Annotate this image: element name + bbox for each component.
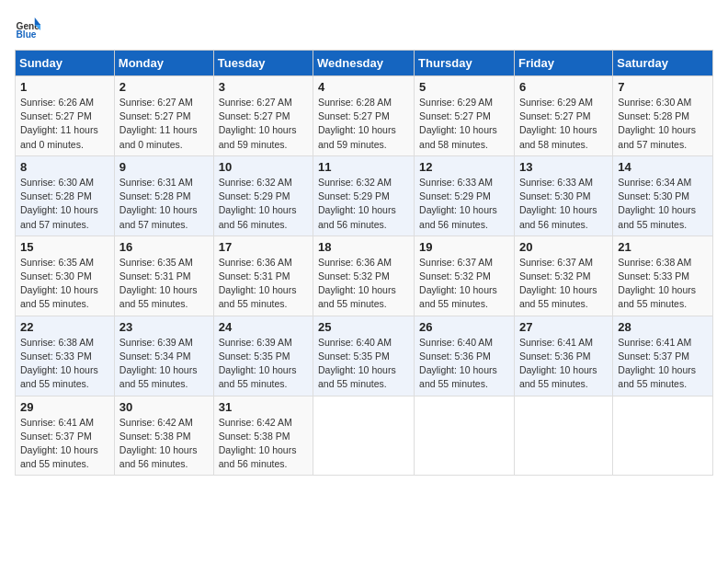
day-header-tuesday: Tuesday	[213, 51, 313, 76]
day-detail: Sunrise: 6:26 AMSunset: 5:27 PMDaylight:…	[20, 96, 109, 152]
day-detail: Sunrise: 6:38 AMSunset: 5:33 PMDaylight:…	[618, 256, 708, 312]
day-cell: 12Sunrise: 6:33 AMSunset: 5:29 PMDayligh…	[415, 155, 515, 236]
day-number: 20	[519, 240, 608, 254]
day-cell: 27Sunrise: 6:41 AMSunset: 5:36 PMDayligh…	[514, 316, 612, 396]
day-cell: 17Sunrise: 6:36 AMSunset: 5:31 PMDayligh…	[213, 236, 313, 316]
day-number: 26	[419, 320, 509, 334]
day-header-wednesday: Wednesday	[313, 51, 415, 76]
day-number: 22	[20, 320, 109, 334]
day-cell: 23Sunrise: 6:39 AMSunset: 5:34 PMDayligh…	[114, 316, 213, 396]
day-detail: Sunrise: 6:34 AMSunset: 5:30 PMDaylight:…	[618, 176, 708, 232]
day-cell: 10Sunrise: 6:32 AMSunset: 5:29 PMDayligh…	[213, 155, 313, 236]
day-detail: Sunrise: 6:36 AMSunset: 5:32 PMDaylight:…	[318, 256, 409, 312]
day-number: 16	[119, 240, 209, 254]
day-number: 25	[318, 320, 409, 334]
day-cell: 30Sunrise: 6:42 AMSunset: 5:38 PMDayligh…	[114, 396, 213, 476]
day-cell: 31Sunrise: 6:42 AMSunset: 5:38 PMDayligh…	[213, 396, 313, 476]
day-detail: Sunrise: 6:33 AMSunset: 5:29 PMDaylight:…	[419, 176, 509, 232]
day-number: 28	[618, 320, 708, 334]
header: General Blue	[15, 15, 713, 40]
day-detail: Sunrise: 6:38 AMSunset: 5:33 PMDaylight:…	[20, 336, 109, 392]
day-cell: 2Sunrise: 6:27 AMSunset: 5:27 PMDaylight…	[114, 76, 213, 156]
day-number: 23	[119, 320, 209, 334]
day-header-monday: Monday	[114, 51, 213, 76]
day-cell	[313, 396, 415, 476]
day-cell: 29Sunrise: 6:41 AMSunset: 5:37 PMDayligh…	[16, 396, 115, 476]
day-number: 15	[20, 240, 109, 254]
week-row-4: 22Sunrise: 6:38 AMSunset: 5:33 PMDayligh…	[16, 316, 713, 396]
day-cell: 3Sunrise: 6:27 AMSunset: 5:27 PMDaylight…	[213, 76, 313, 156]
day-header-sunday: Sunday	[16, 51, 115, 76]
day-header-thursday: Thursday	[415, 51, 515, 76]
day-number: 14	[618, 160, 708, 174]
logo-icon: General Blue	[15, 15, 40, 40]
day-detail: Sunrise: 6:40 AMSunset: 5:35 PMDaylight:…	[318, 336, 409, 392]
week-row-5: 29Sunrise: 6:41 AMSunset: 5:37 PMDayligh…	[16, 396, 713, 476]
day-detail: Sunrise: 6:40 AMSunset: 5:36 PMDaylight:…	[419, 336, 509, 392]
day-number: 12	[419, 160, 509, 174]
day-number: 31	[219, 400, 308, 414]
day-detail: Sunrise: 6:29 AMSunset: 5:27 PMDaylight:…	[419, 96, 509, 152]
day-detail: Sunrise: 6:39 AMSunset: 5:34 PMDaylight:…	[119, 336, 209, 392]
day-detail: Sunrise: 6:27 AMSunset: 5:27 PMDaylight:…	[119, 96, 209, 152]
day-cell	[514, 396, 612, 476]
day-header-friday: Friday	[514, 51, 612, 76]
day-cell: 8Sunrise: 6:30 AMSunset: 5:28 PMDaylight…	[16, 155, 115, 236]
day-cell: 15Sunrise: 6:35 AMSunset: 5:30 PMDayligh…	[16, 236, 115, 316]
day-header-saturday: Saturday	[613, 51, 713, 76]
day-number: 7	[618, 80, 708, 94]
day-number: 5	[419, 80, 509, 94]
day-cell: 22Sunrise: 6:38 AMSunset: 5:33 PMDayligh…	[16, 316, 115, 396]
week-row-3: 15Sunrise: 6:35 AMSunset: 5:30 PMDayligh…	[16, 236, 713, 316]
day-cell: 16Sunrise: 6:35 AMSunset: 5:31 PMDayligh…	[114, 236, 213, 316]
day-detail: Sunrise: 6:27 AMSunset: 5:27 PMDaylight:…	[219, 96, 308, 152]
day-detail: Sunrise: 6:41 AMSunset: 5:37 PMDaylight:…	[20, 416, 109, 472]
day-detail: Sunrise: 6:29 AMSunset: 5:27 PMDaylight:…	[519, 96, 608, 152]
day-detail: Sunrise: 6:36 AMSunset: 5:31 PMDaylight:…	[219, 256, 308, 312]
day-detail: Sunrise: 6:37 AMSunset: 5:32 PMDaylight:…	[419, 256, 509, 312]
day-number: 1	[20, 80, 109, 94]
day-number: 4	[318, 80, 409, 94]
day-number: 18	[318, 240, 409, 254]
day-number: 9	[119, 160, 209, 174]
header-row: SundayMondayTuesdayWednesdayThursdayFrid…	[16, 51, 713, 76]
day-cell: 6Sunrise: 6:29 AMSunset: 5:27 PMDaylight…	[514, 76, 612, 156]
day-cell: 13Sunrise: 6:33 AMSunset: 5:30 PMDayligh…	[514, 155, 612, 236]
day-cell: 7Sunrise: 6:30 AMSunset: 5:28 PMDaylight…	[613, 76, 713, 156]
svg-text:Blue: Blue	[17, 29, 37, 40]
day-number: 11	[318, 160, 409, 174]
day-number: 2	[119, 80, 209, 94]
day-detail: Sunrise: 6:41 AMSunset: 5:37 PMDaylight:…	[618, 336, 708, 392]
day-cell	[613, 396, 713, 476]
day-detail: Sunrise: 6:42 AMSunset: 5:38 PMDaylight:…	[119, 416, 209, 472]
day-cell: 20Sunrise: 6:37 AMSunset: 5:32 PMDayligh…	[514, 236, 612, 316]
week-row-2: 8Sunrise: 6:30 AMSunset: 5:28 PMDaylight…	[16, 155, 713, 236]
day-cell: 26Sunrise: 6:40 AMSunset: 5:36 PMDayligh…	[415, 316, 515, 396]
day-detail: Sunrise: 6:37 AMSunset: 5:32 PMDaylight:…	[519, 256, 608, 312]
day-detail: Sunrise: 6:31 AMSunset: 5:28 PMDaylight:…	[119, 176, 209, 232]
day-cell: 1Sunrise: 6:26 AMSunset: 5:27 PMDaylight…	[16, 76, 115, 156]
day-detail: Sunrise: 6:35 AMSunset: 5:31 PMDaylight:…	[119, 256, 209, 312]
day-cell: 9Sunrise: 6:31 AMSunset: 5:28 PMDaylight…	[114, 155, 213, 236]
day-cell: 18Sunrise: 6:36 AMSunset: 5:32 PMDayligh…	[313, 236, 415, 316]
day-cell: 19Sunrise: 6:37 AMSunset: 5:32 PMDayligh…	[415, 236, 515, 316]
day-cell: 28Sunrise: 6:41 AMSunset: 5:37 PMDayligh…	[613, 316, 713, 396]
day-detail: Sunrise: 6:42 AMSunset: 5:38 PMDaylight:…	[219, 416, 308, 472]
day-detail: Sunrise: 6:30 AMSunset: 5:28 PMDaylight:…	[20, 176, 109, 232]
day-number: 10	[219, 160, 308, 174]
day-number: 17	[219, 240, 308, 254]
day-detail: Sunrise: 6:33 AMSunset: 5:30 PMDaylight:…	[519, 176, 608, 232]
day-number: 27	[519, 320, 608, 334]
day-cell	[415, 396, 515, 476]
day-number: 13	[519, 160, 608, 174]
day-cell: 14Sunrise: 6:34 AMSunset: 5:30 PMDayligh…	[613, 155, 713, 236]
day-detail: Sunrise: 6:39 AMSunset: 5:35 PMDaylight:…	[219, 336, 308, 392]
day-detail: Sunrise: 6:28 AMSunset: 5:27 PMDaylight:…	[318, 96, 409, 152]
day-number: 29	[20, 400, 109, 414]
day-detail: Sunrise: 6:32 AMSunset: 5:29 PMDaylight:…	[318, 176, 409, 232]
day-number: 21	[618, 240, 708, 254]
day-number: 30	[119, 400, 209, 414]
day-detail: Sunrise: 6:30 AMSunset: 5:28 PMDaylight:…	[618, 96, 708, 152]
day-number: 3	[219, 80, 308, 94]
week-row-1: 1Sunrise: 6:26 AMSunset: 5:27 PMDaylight…	[16, 76, 713, 156]
